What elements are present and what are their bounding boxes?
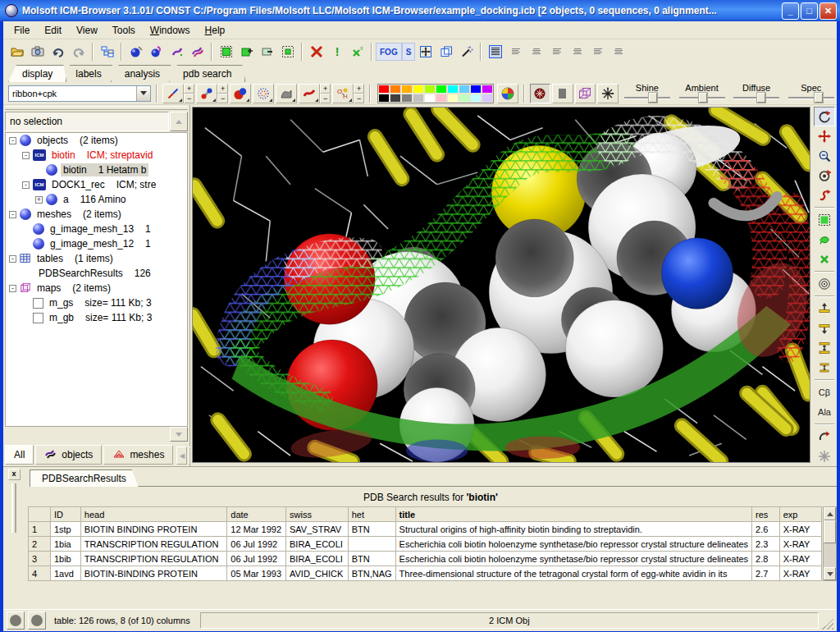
tab-display[interactable]: display [8,65,66,82]
tab-labels[interactable]: labels [62,65,115,82]
flat-panel-button[interactable] [552,84,573,103]
polar-hydrogens-tool[interactable]: OH [332,84,354,103]
shine-slider[interactable]: Shine [622,84,673,103]
diffuse-slider[interactable]: Diffuse [731,84,783,103]
axes-button[interactable] [597,84,618,103]
color-swatch[interactable] [447,94,459,103]
column-header-date[interactable]: date [227,507,286,522]
menu-edit[interactable]: Edit [37,23,69,38]
color-swatch[interactable] [390,94,401,103]
menu-windows[interactable]: Windows [143,23,198,38]
menu-tools[interactable]: Tools [105,23,143,38]
tree-item-tables[interactable]: -tables(1 items) [6,251,187,266]
collapse-icon[interactable]: - [22,181,30,189]
slider-thumb[interactable] [699,93,707,103]
center-view-button[interactable] [814,274,835,294]
zoom-button[interactable] [814,146,835,166]
table-scroll-thumb[interactable] [824,520,836,543]
wire-tool[interactable] [162,84,184,103]
tree-item-dock1_rec[interactable]: -ICMDOCK1_recICM; stre [6,177,187,192]
invert-selection-button[interactable]: ! [326,42,347,62]
side-by-side-button[interactable] [436,42,456,62]
wire-tool-increase-button[interactable]: + [184,84,194,94]
tree-item-a[interactable]: +a116 Amino [6,192,187,207]
tree-scroll-up-button[interactable] [170,112,188,131]
selection-add-button[interactable] [236,42,257,62]
table-row[interactable]: 11stpBIOTIN BINDING PROTEIN12 Mar 1992SA… [29,522,822,537]
undo-button[interactable] [48,42,68,62]
close-table-panel-button[interactable]: x [8,469,21,480]
column-header-ID[interactable]: ID [50,507,80,522]
spec-slider[interactable]: Spec [785,84,837,103]
display-ribbon-button[interactable] [167,42,187,62]
stick-tool[interactable] [196,84,217,103]
menu-help[interactable]: Help [198,23,233,38]
wire-tool-decrease-button[interactable]: − [184,94,194,103]
color-swatch[interactable] [459,85,470,94]
color-swatch[interactable] [447,85,459,94]
ribbon-tool-decrease-button[interactable]: − [320,94,331,103]
slider-track[interactable] [679,93,725,103]
effects-wand-button[interactable] [456,42,477,62]
tab-meshes[interactable]: meshes [103,445,173,465]
fog-button[interactable]: FOG [376,43,402,61]
stereo-button[interactable]: S [402,43,416,61]
tree-item-m_gs[interactable]: -m_gssize= 111 Kb; 3 [6,295,187,310]
workspace-tree-button[interactable] [97,42,117,62]
table-scrollbar[interactable] [823,506,837,581]
delete-selection-button[interactable] [306,42,326,62]
list-view-selected-button[interactable] [485,42,505,62]
list-view-7-button[interactable] [608,42,628,62]
clip-thin-button[interactable] [814,358,835,378]
list-view-5-button[interactable] [567,42,587,62]
tree-item-biotin[interactable]: -biotin1 Hetatm b [6,163,187,177]
stick-tool-increase-button[interactable]: + [217,84,228,94]
status-button-1[interactable] [7,611,25,630]
solid-surface-tool[interactable] [276,84,297,103]
tree-item-m_gb[interactable]: -m_gbsize= 111 Kb; 3 [6,310,187,325]
status-button-2[interactable] [28,611,46,630]
selection-box-button[interactable] [277,42,298,62]
display-everything-button[interactable] [187,42,208,62]
table-row[interactable]: 41avdBIOTIN-BINDING PROTEIN05 Mar 1993AV… [29,566,822,581]
color-swatch[interactable] [459,94,470,103]
resize-grip[interactable] [822,618,833,630]
table-scroll-up-button[interactable] [824,507,836,520]
tab-pdb-search[interactable]: pdb search [169,65,245,82]
tree-item-pdbsearchresults[interactable]: -PDBSearchResults126 [6,266,187,281]
color-swatch[interactable] [413,85,424,94]
panel-splitter[interactable] [5,106,188,110]
tab-pdbsearchresults[interactable]: PDBSearchResults [30,469,139,487]
collapse-icon[interactable]: - [9,255,16,263]
map-checkbox[interactable] [33,298,43,309]
list-view-3-button[interactable] [526,42,546,62]
ambient-slider[interactable]: Ambient [676,84,728,103]
table-scroll-track[interactable] [824,543,836,567]
close-button[interactable]: ✕ [819,2,837,20]
expand-icon[interactable]: + [35,196,43,204]
pan-view-button[interactable] [415,42,436,62]
slider-thumb[interactable] [815,93,823,103]
shiny-render-button[interactable] [530,84,550,103]
column-header-het[interactable]: het [348,507,395,522]
slider-track[interactable] [788,93,834,103]
column-header-rownum[interactable] [29,507,51,522]
ala-label-button[interactable]: Ala [814,402,835,422]
menu-view[interactable]: View [69,23,105,38]
color-swatch[interactable] [424,85,436,94]
color-swatch[interactable] [378,94,390,103]
color-swatch[interactable] [378,85,390,94]
tree-item-objects[interactable]: -objects(2 items) [6,133,187,148]
redo-button[interactable] [68,42,89,62]
wire-cube-button[interactable] [575,84,596,103]
slider-track[interactable] [624,93,670,103]
color-swatch[interactable] [436,94,447,103]
clip-front-button[interactable] [814,299,835,318]
tree-scroll-down-button[interactable] [170,427,188,442]
column-header-res[interactable]: res [752,507,780,522]
tab-analysis[interactable]: analysis [111,65,174,82]
screenshot-button[interactable] [27,42,48,62]
color-swatch[interactable] [470,94,482,103]
style-preset-dropdown[interactable]: ribbon+cpk [8,85,151,102]
slider-thumb[interactable] [649,93,657,103]
